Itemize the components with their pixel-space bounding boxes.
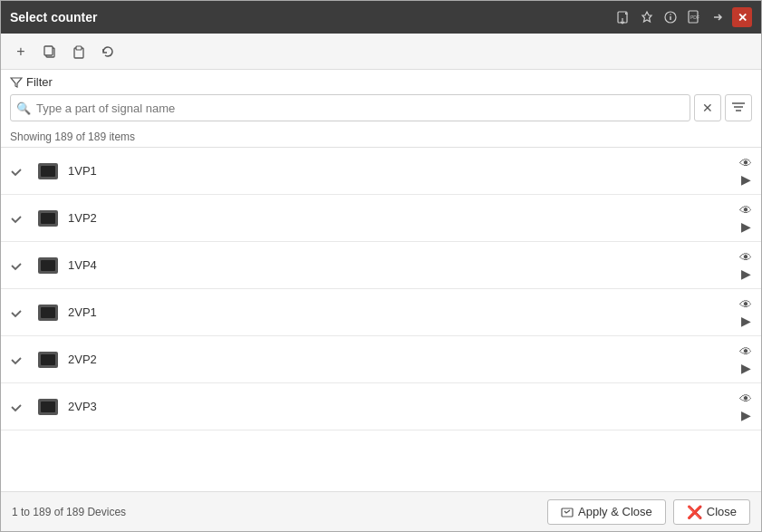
list-item[interactable]: 2VP3 👁 ▶ — [1, 383, 761, 430]
filter-label: Filter — [10, 75, 752, 89]
undo-button[interactable] — [97, 41, 119, 63]
item-actions-4: 👁 ▶ — [739, 344, 752, 375]
clear-search-button[interactable]: ✕ — [694, 94, 721, 121]
eye-icon-5[interactable]: 👁 — [739, 392, 752, 406]
play-icon-3[interactable]: ▶ — [741, 314, 751, 328]
device-icon-1 — [35, 210, 61, 227]
device-icon-5 — [35, 399, 61, 415]
item-name-5: 2VP3 — [68, 400, 739, 413]
play-icon-2[interactable]: ▶ — [741, 266, 751, 281]
eye-icon-4[interactable]: 👁 — [739, 344, 752, 359]
info-icon[interactable] — [661, 8, 680, 26]
footer: 1 to 189 of 189 Devices Apply & Close ❌ … — [1, 491, 761, 531]
eye-icon-0[interactable]: 👁 — [739, 156, 752, 170]
check-icon-5 — [10, 401, 35, 413]
list-item[interactable]: 2VP2 👁 ▶ — [1, 336, 761, 383]
item-name-4: 2VP2 — [68, 353, 739, 366]
toolbar: + — [1, 34, 761, 70]
close-label: Close — [707, 505, 737, 518]
item-actions-3: 👁 ▶ — [739, 297, 752, 328]
arrow-icon[interactable] — [709, 8, 727, 26]
item-name-1: 1VP2 — [68, 211, 739, 225]
filter-section: Filter 🔍 ✕ — [1, 70, 761, 125]
close-button[interactable]: ❌ Close — [673, 499, 750, 525]
item-actions-0: 👁 ▶ — [739, 156, 752, 187]
showing-text: Showing 189 of 189 items — [1, 125, 761, 147]
item-actions-5: 👁 ▶ — [739, 392, 752, 422]
apply-close-label: Apply & Close — [578, 505, 652, 518]
export-icon[interactable] — [614, 8, 632, 26]
play-icon-4[interactable]: ▶ — [741, 361, 751, 375]
svg-text:PDF: PDF — [690, 15, 699, 20]
device-icon-2 — [35, 257, 61, 274]
device-icon-0 — [35, 163, 61, 179]
advanced-filter-button[interactable] — [725, 94, 752, 121]
check-icon-3 — [10, 306, 35, 319]
check-icon-4 — [10, 353, 35, 366]
close-dialog-button[interactable]: ✕ — [732, 7, 752, 27]
check-icon-1 — [10, 212, 35, 225]
item-name-2: 1VP4 — [68, 258, 739, 272]
item-actions-2: 👁 ▶ — [739, 250, 752, 281]
filter-icon — [10, 76, 23, 89]
apply-icon — [561, 506, 574, 518]
list-item[interactable]: 2VP1 👁 ▶ — [1, 289, 761, 336]
check-icon-0 — [10, 165, 35, 178]
close-circle-icon: ❌ — [687, 505, 702, 519]
eye-icon-2[interactable]: 👁 — [739, 250, 752, 265]
svg-point-4 — [670, 14, 671, 15]
item-name-0: 1VP1 — [68, 164, 739, 178]
device-icon-3 — [35, 305, 61, 321]
add-button[interactable]: + — [10, 41, 32, 63]
search-input[interactable] — [36, 102, 684, 115]
search-icon: 🔍 — [16, 102, 31, 115]
dialog-title: Select counter — [10, 10, 97, 24]
copy-button[interactable] — [39, 41, 61, 63]
eye-icon-3[interactable]: 👁 — [739, 297, 752, 312]
list-item[interactable]: 1VP1 👁 ▶ — [1, 148, 761, 195]
pin-icon[interactable] — [638, 8, 656, 26]
item-actions-1: 👁 ▶ — [739, 203, 752, 234]
play-icon-5[interactable]: ▶ — [741, 408, 751, 422]
select-counter-dialog: Select counter PDF ✕ + — [0, 0, 762, 532]
list-item[interactable]: 1VP4 👁 ▶ — [1, 242, 761, 289]
apply-close-button[interactable]: Apply & Close — [547, 499, 666, 525]
item-name-3: 2VP1 — [68, 305, 739, 319]
item-list[interactable]: 1VP1 👁 ▶ 1VP2 👁 ▶ — [1, 147, 761, 491]
svg-rect-8 — [44, 46, 53, 55]
search-row: 🔍 ✕ — [10, 94, 752, 121]
device-icon-4 — [35, 352, 61, 368]
play-icon-0[interactable]: ▶ — [741, 172, 751, 187]
title-bar-icons: PDF ✕ — [614, 7, 752, 27]
pdf-icon[interactable]: PDF — [685, 8, 703, 26]
footer-buttons: Apply & Close ❌ Close — [547, 499, 750, 525]
paste-button[interactable] — [68, 41, 90, 63]
play-icon-1[interactable]: ▶ — [741, 219, 751, 234]
svg-rect-10 — [76, 46, 82, 50]
footer-status: 1 to 189 of 189 Devices — [12, 506, 126, 518]
check-icon-2 — [10, 259, 35, 272]
title-bar: Select counter PDF ✕ — [1, 1, 761, 34]
list-item[interactable]: 1VP2 👁 ▶ — [1, 195, 761, 242]
search-wrapper: 🔍 — [10, 94, 690, 121]
eye-icon-1[interactable]: 👁 — [739, 203, 752, 218]
